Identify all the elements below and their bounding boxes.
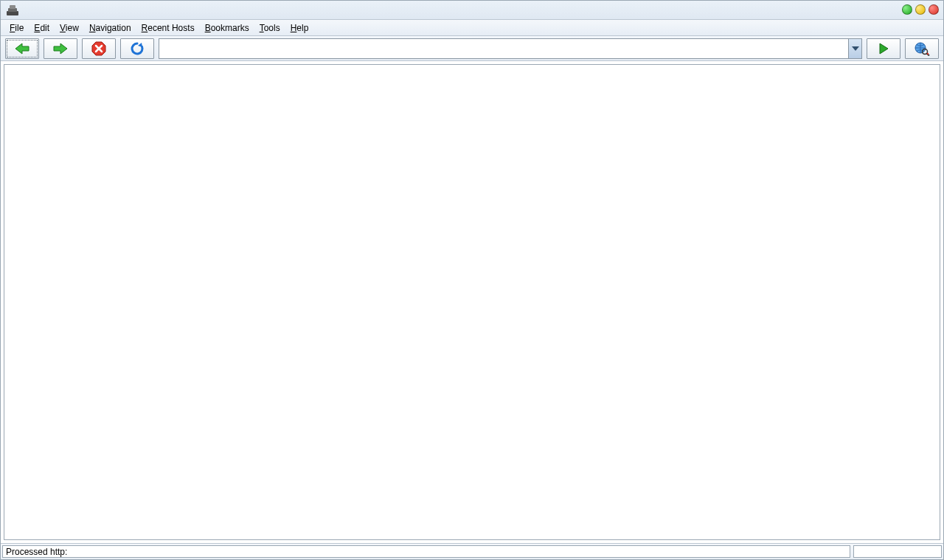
menu-help[interactable]: Help bbox=[286, 21, 313, 35]
svg-rect-2 bbox=[10, 5, 15, 9]
arrow-left-icon bbox=[14, 42, 30, 55]
svg-point-7 bbox=[927, 52, 929, 54]
menubar: File Edit View Navigation Recent Hosts B… bbox=[1, 20, 943, 36]
globe-search-icon bbox=[914, 41, 930, 56]
status-secondary-pane bbox=[853, 545, 942, 558]
chevron-down-icon bbox=[852, 46, 859, 51]
status-main-pane: Processed http: bbox=[2, 545, 850, 558]
url-bar bbox=[159, 38, 862, 59]
url-dropdown-button[interactable] bbox=[848, 39, 861, 58]
reload-icon bbox=[130, 41, 145, 56]
menu-navigation[interactable]: Navigation bbox=[85, 21, 136, 35]
toolbar bbox=[1, 36, 943, 61]
arrow-right-icon bbox=[52, 42, 69, 55]
window-controls bbox=[902, 4, 939, 15]
statusbar: Processed http: bbox=[1, 543, 943, 559]
forward-button[interactable] bbox=[44, 38, 77, 59]
menu-bookmarks[interactable]: Bookmarks bbox=[201, 21, 254, 35]
menu-view[interactable]: View bbox=[55, 21, 83, 35]
maximize-button[interactable] bbox=[915, 4, 926, 15]
titlebar bbox=[1, 1, 943, 20]
go-button[interactable] bbox=[867, 38, 900, 59]
menu-file[interactable]: File bbox=[5, 21, 28, 35]
app-window: File Edit View Navigation Recent Hosts B… bbox=[0, 0, 944, 560]
search-web-button[interactable] bbox=[905, 38, 939, 59]
menu-edit[interactable]: Edit bbox=[30, 21, 54, 35]
minimize-button[interactable] bbox=[902, 4, 912, 15]
app-icon bbox=[4, 1, 21, 19]
stop-button[interactable] bbox=[82, 38, 116, 59]
back-button[interactable] bbox=[5, 38, 39, 59]
stop-icon bbox=[91, 41, 106, 56]
content-viewport bbox=[4, 64, 940, 540]
play-icon bbox=[878, 43, 889, 55]
menu-tools[interactable]: Tools bbox=[255, 21, 285, 35]
menu-recent-hosts[interactable]: Recent Hosts bbox=[137, 21, 199, 35]
url-input[interactable] bbox=[159, 39, 848, 58]
close-window-button[interactable] bbox=[929, 4, 939, 15]
reload-button[interactable] bbox=[120, 38, 154, 59]
